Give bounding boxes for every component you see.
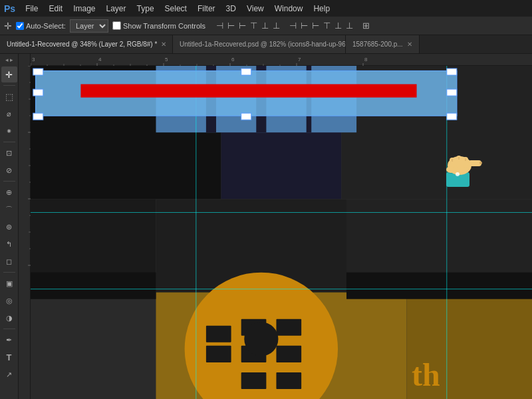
svg-rect-79	[447, 89, 457, 96]
ruler-top: 3 4 5 6 7 8	[19, 54, 532, 66]
svg-rect-55	[276, 319, 301, 336]
align-top-icon[interactable]: ⊤	[249, 19, 259, 32]
auto-select-label[interactable]: Auto-Select:	[16, 22, 66, 30]
align-right-icon[interactable]: ⊢	[237, 19, 247, 32]
move-tool[interactable]: ✛	[1, 66, 17, 82]
ruler-left-svg: 1 2 3	[19, 66, 31, 399]
show-transform-label[interactable]: Show Transform Controls	[112, 21, 205, 30]
tab-2-close[interactable]: ✕	[407, 41, 412, 48]
magic-wand-tool[interactable]: ⁕	[1, 123, 17, 139]
svg-rect-51	[346, 273, 532, 299]
svg-rect-78	[33, 89, 43, 96]
options-bar: ✛ Auto-Select: Layer Show Transform Cont…	[0, 17, 532, 35]
eraser-tool[interactable]: ◻	[1, 253, 17, 269]
menu-type[interactable]: Type	[132, 3, 159, 15]
svg-rect-53	[206, 326, 231, 342]
svg-rect-50	[31, 273, 156, 299]
svg-rect-80	[33, 113, 43, 120]
align-left-icon[interactable]: ⊣	[215, 19, 225, 32]
heal-brush-tool[interactable]: ⊕	[1, 184, 17, 200]
dist-right-icon[interactable]: ⊢	[311, 19, 321, 32]
svg-rect-77	[447, 68, 457, 75]
path-select-tool[interactable]: ↗	[1, 366, 17, 382]
menu-bar: Ps File Edit Image Layer Type Select Fil…	[0, 0, 532, 17]
panel-right-arrow[interactable]: ▸	[10, 57, 13, 63]
tab-2[interactable]: 1587685-200.p... ✕	[346, 35, 420, 53]
dodge-tool[interactable]: ◑	[1, 310, 17, 326]
canvas-svg: th	[31, 66, 532, 399]
menu-file[interactable]: File	[21, 3, 43, 15]
history-brush-tool[interactable]: ↰	[1, 236, 17, 252]
menu-3d[interactable]: 3D	[221, 3, 241, 15]
dist-center-h-icon[interactable]: ⊢	[299, 19, 309, 32]
menu-help[interactable]: Help	[309, 3, 334, 15]
brush-tool[interactable]: ⌒	[1, 201, 17, 217]
dist-left-icon[interactable]: ⊣	[288, 19, 298, 32]
dist-bottom-icon[interactable]: ⊥	[344, 19, 354, 32]
ruler-left: 1 2 3	[19, 54, 31, 399]
svg-rect-82	[447, 113, 457, 120]
dist-center-v-icon[interactable]: ⊥	[333, 19, 343, 32]
gradient-tool[interactable]: ▣	[1, 275, 17, 291]
tool-separator-5	[3, 329, 15, 329]
tool-separator-4	[3, 272, 15, 273]
svg-text:4: 4	[98, 57, 102, 63]
svg-point-61	[244, 322, 278, 356]
tab-2-label: 1587685-200.p...	[352, 41, 403, 48]
svg-rect-75	[33, 68, 43, 75]
tab-bar: Untitled-1-Recovered @ 348% (Layer 2, RG…	[0, 35, 532, 54]
toolbar: ◂ ▸ ✛ ⬚ ⌀ ⁕ ⊡ ⊘ ⊕ ⌒ ⊛ ↰ ◻ ▣ ◎ ◑ ✒ T ↗	[0, 54, 19, 399]
svg-text:th: th	[412, 357, 440, 392]
menu-image[interactable]: Image	[68, 3, 100, 15]
menu-filter[interactable]: Filter	[193, 3, 220, 15]
auto-select-checkbox[interactable]	[16, 22, 24, 30]
tool-separator-3	[3, 181, 15, 182]
menu-view[interactable]: View	[242, 3, 269, 15]
workspace[interactable]: 3 4 5 6 7 8	[19, 54, 532, 399]
menu-window[interactable]: Window	[270, 3, 308, 15]
type-tool[interactable]: T	[1, 349, 17, 365]
svg-text:8: 8	[364, 57, 368, 63]
svg-rect-59	[241, 372, 267, 389]
layer-dropdown[interactable]: Layer	[70, 19, 108, 33]
tab-1[interactable]: Untitled-1a-Recovered.psd @ 182% (icons8…	[173, 35, 346, 53]
main-area: ◂ ▸ ✛ ⬚ ⌀ ⁕ ⊡ ⊘ ⊕ ⌒ ⊛ ↰ ◻ ▣ ◎ ◑ ✒ T ↗	[0, 54, 532, 399]
svg-rect-72	[80, 84, 416, 98]
move-tool-icon: ✛	[4, 21, 12, 31]
menu-select[interactable]: Select	[160, 3, 192, 15]
tab-0-close[interactable]: ✕	[161, 41, 166, 48]
tab-0[interactable]: Untitled-1-Recovered @ 348% (Layer 2, RG…	[0, 35, 173, 53]
menu-edit[interactable]: Edit	[44, 3, 67, 15]
svg-rect-81	[241, 113, 251, 120]
clone-stamp-tool[interactable]: ⊛	[1, 219, 17, 235]
tab-1-label: Untitled-1a-Recovered.psd @ 182% (icons8…	[180, 41, 346, 48]
tab-0-label: Untitled-1-Recovered @ 348% (Layer 2, RG…	[7, 41, 157, 48]
canvas-area[interactable]: th	[31, 66, 532, 399]
panel-left-arrow[interactable]: ◂	[5, 57, 9, 63]
menu-layer[interactable]: Layer	[102, 3, 131, 15]
dist-top-icon[interactable]: ⊤	[322, 19, 332, 32]
svg-text:6: 6	[231, 57, 235, 63]
align-center-h-icon[interactable]: ⊢	[226, 19, 236, 32]
grid-icon[interactable]: ⊞	[361, 19, 371, 32]
tool-separator-1	[3, 85, 15, 86]
transform-checkbox[interactable]	[112, 21, 121, 30]
align-center-v-icon[interactable]: ⊥	[260, 19, 270, 32]
app-logo: Ps	[4, 3, 15, 14]
lasso-tool[interactable]: ⌀	[1, 106, 17, 122]
align-bottom-icon[interactable]: ⊥	[271, 19, 281, 32]
crop-tool[interactable]: ⊡	[1, 145, 17, 161]
svg-rect-60	[276, 372, 301, 389]
tool-separator-2	[3, 142, 15, 142]
blur-tool[interactable]: ◎	[1, 293, 17, 309]
pen-tool[interactable]: ✒	[1, 332, 17, 348]
svg-rect-56	[206, 346, 231, 362]
svg-rect-58	[276, 346, 301, 362]
ruler-top-svg: 3 4 5 6 7 8	[31, 54, 532, 66]
svg-text:7: 7	[298, 57, 301, 63]
svg-rect-76	[241, 68, 251, 75]
svg-text:5: 5	[165, 57, 168, 63]
rect-select-tool[interactable]: ⬚	[1, 88, 17, 104]
svg-text:3: 3	[32, 57, 35, 63]
eyedropper-tool[interactable]: ⊘	[1, 162, 17, 178]
